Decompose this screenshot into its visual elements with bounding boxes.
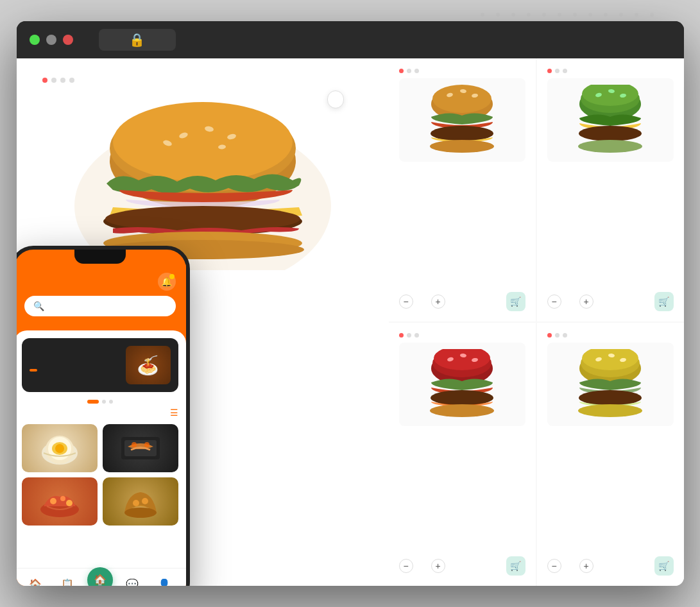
categories-section: ☰: [17, 407, 186, 526]
card-1-image: [399, 78, 525, 162]
category-4[interactable]: [103, 477, 178, 526]
hero-indicator-dots: [42, 78, 363, 83]
phone-header: 🔔 🔍: [17, 264, 186, 330]
food-card-taj-chili: − + 🛒: [389, 323, 536, 586]
phone-notch: [74, 250, 126, 264]
svg-point-56: [66, 500, 73, 506]
card-4-desc: [547, 436, 674, 550]
phone-search-icon: 🔍: [33, 301, 44, 311]
card-dots-3: [399, 333, 525, 338]
chat-icon: 💬: [126, 578, 139, 586]
breakfast-image: [22, 424, 98, 472]
nav-chat[interactable]: 💬: [116, 578, 148, 586]
svg-point-57: [133, 500, 139, 506]
slider-dot-2: [109, 400, 113, 404]
center-home-icon: 🏠: [94, 574, 107, 586]
card-2-qty-plus[interactable]: +: [579, 295, 593, 309]
svg-point-58: [142, 498, 148, 504]
card-2-qty-minus[interactable]: −: [547, 295, 561, 309]
food-card-green-burger: − + 🛒: [537, 58, 684, 321]
phone-screen: 🔔 🔍: [17, 264, 186, 586]
card-dots-2: [547, 69, 674, 73]
food-card-healthy-burger: − + 🛒: [537, 323, 684, 586]
address-bar[interactable]: 🔒: [99, 29, 176, 51]
svg-point-59: [124, 508, 157, 518]
bell-button[interactable]: 🔔: [158, 273, 176, 291]
card-3-cart-button[interactable]: 🛒: [506, 556, 525, 576]
card-3-desc: [399, 436, 525, 550]
notification-badge: [169, 274, 175, 279]
phone-mockup: 🔔 🔍: [17, 246, 190, 586]
dot-1: [42, 78, 47, 83]
card-3-qty-minus[interactable]: −: [399, 559, 413, 573]
traffic-light-yellow[interactable]: [46, 35, 56, 45]
svg-point-23: [579, 126, 642, 141]
food-cards-grid: − + 🛒: [389, 58, 684, 586]
card-3-qty-plus[interactable]: +: [431, 559, 445, 573]
svg-point-55: [60, 496, 65, 501]
phone-title-row: 🔔: [24, 273, 176, 291]
svg-point-3: [113, 102, 293, 182]
home-icon: 🏠: [29, 578, 42, 586]
deal-slider-dots: [17, 400, 186, 404]
card-3-price-row: − + 🛒: [399, 556, 525, 576]
slider-dot-active: [87, 400, 99, 404]
center-home-bubble[interactable]: 🏠: [87, 567, 113, 586]
card-2-price-row: − + 🛒: [547, 292, 674, 311]
browser-window: 🔒: [17, 21, 684, 586]
deal-food-image: 🍝: [126, 346, 171, 384]
card-1-qty-plus[interactable]: +: [431, 295, 445, 309]
card-dots-1: [399, 69, 525, 73]
svg-point-39: [579, 390, 642, 406]
category-starters[interactable]: [103, 424, 178, 472]
svg-point-24: [578, 140, 642, 153]
dot-2: [51, 78, 56, 83]
card-2-cart-button[interactable]: 🛒: [654, 292, 674, 311]
browser-toolbar: 🔒: [17, 21, 684, 58]
card-3-image: [399, 343, 525, 426]
cat4-image: [103, 477, 178, 526]
card-1-qty-minus[interactable]: −: [399, 295, 413, 309]
slider-dot-1: [102, 400, 106, 404]
browser-content: 🛒: [17, 58, 684, 586]
starters-image: [103, 424, 178, 472]
nav-home[interactable]: 🏠: [19, 578, 51, 586]
nav-account[interactable]: 👤: [148, 578, 180, 586]
nav-order[interactable]: 📋: [51, 578, 83, 586]
dot-3: [60, 78, 65, 83]
hero-image-section: [42, 90, 363, 270]
deal-banner[interactable]: 🍝: [22, 338, 178, 392]
categories-header: ☰: [22, 407, 178, 418]
food-card-double-burger: − + 🛒: [389, 58, 536, 321]
category-3[interactable]: [22, 477, 98, 526]
hero-burger-image: [68, 90, 337, 270]
deal-discount: [30, 354, 119, 365]
svg-point-14: [432, 85, 491, 113]
filter-icon[interactable]: ☰: [170, 407, 178, 418]
svg-point-51: [132, 442, 137, 447]
deal-text: [30, 354, 119, 377]
traffic-light-red[interactable]: [63, 35, 73, 45]
card-4-qty-plus[interactable]: +: [579, 559, 593, 573]
phone-body: 🍝 ☰: [17, 330, 186, 586]
card-dots-4: [547, 333, 674, 338]
svg-point-48: [55, 444, 64, 453]
card-4-qty-minus[interactable]: −: [547, 559, 561, 573]
card-1-desc: [399, 172, 525, 286]
card-4-price-row: − + 🛒: [547, 556, 674, 576]
phone-navigation: 🏠 📋 🏠 💬: [17, 568, 186, 586]
card-4-image: [547, 343, 674, 426]
svg-point-16: [430, 140, 494, 153]
traffic-light-green[interactable]: [30, 35, 40, 45]
svg-point-52: [144, 442, 149, 447]
dot-4: [69, 78, 74, 83]
phone-search-bar[interactable]: 🔍: [24, 296, 176, 316]
nav-center-home[interactable]: 🏠: [83, 577, 115, 586]
card-4-cart-button[interactable]: 🛒: [654, 556, 674, 576]
order-icon: 📋: [61, 578, 74, 586]
category-breakfast[interactable]: [22, 424, 98, 472]
card-2-desc: [547, 172, 674, 286]
card-1-price-row: − + 🛒: [399, 292, 525, 311]
svg-point-15: [431, 126, 493, 141]
card-1-cart-button[interactable]: 🛒: [506, 292, 525, 311]
